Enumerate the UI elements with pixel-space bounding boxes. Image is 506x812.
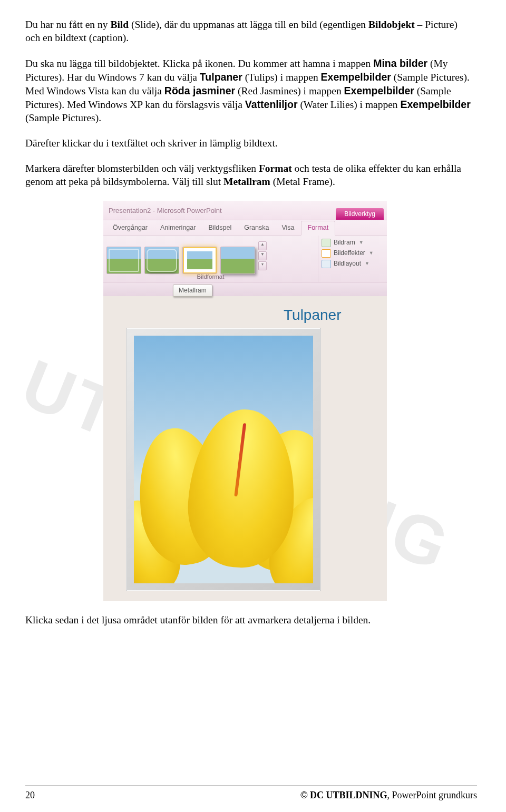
page-number: 20 — [25, 789, 35, 801]
contextual-tab-group: Bildverktyg — [336, 208, 384, 219]
term-bildobjekt: Bildobjekt — [368, 19, 415, 30]
style-thumb-1[interactable] — [106, 247, 141, 274]
text: (Red Jasmines) i mappen — [235, 85, 344, 96]
text: (Slide), där du uppmanas att lägga till … — [129, 19, 368, 30]
tab-granska[interactable]: Granska — [238, 221, 275, 235]
tooltip-metallram: Metallram — [173, 285, 212, 297]
term-metallram: Metallram — [223, 176, 270, 187]
gallery-scroll-down[interactable]: ▼ — [258, 251, 267, 260]
tab-format[interactable]: Format — [301, 221, 336, 236]
term-tulpaner: Tulpaner — [200, 71, 242, 83]
picture-commands: Bildram▼ Bildeffekter▼ Bildlayout▼ — [318, 236, 387, 282]
effects-icon — [322, 249, 331, 258]
term-exempelbilder: Exempelbilder — [344, 85, 414, 96]
tab-overgangar[interactable]: Övergångar — [106, 221, 154, 235]
slide-canvas: Tulpaner — [103, 296, 387, 602]
tulips-photo — [134, 336, 313, 583]
term-mina-bilder: Mina bilder — [373, 57, 427, 69]
style-thumb-2[interactable] — [144, 247, 179, 274]
gallery-expand[interactable]: ▾ — [258, 261, 267, 270]
paragraph-2: Du ska nu lägga till bildobjektet. Klick… — [25, 57, 473, 125]
window-title: Presentation2 - Microsoft PowerPoint — [109, 207, 336, 220]
paragraph-4: Markera därefter blomsterbilden och välj… — [25, 162, 473, 189]
paragraph-5: Klicka sedan i det ljusa området utanför… — [25, 614, 473, 627]
ruler-area: Metallram — [103, 282, 387, 296]
copyright-tail: , PowerPoint grundkurs — [387, 790, 478, 800]
text: Du ska nu lägga till bildobjektet. Klick… — [25, 58, 373, 69]
slide-caption: Tulpaner — [284, 306, 387, 325]
paragraph-1: Du har nu fått en ny Bild (Slide), där d… — [25, 18, 473, 45]
style-thumb-metallram[interactable] — [182, 247, 217, 274]
window-titlebar: Presentation2 - Microsoft PowerPoint Bil… — [103, 201, 387, 220]
cmd-bildeffekter[interactable]: Bildeffekter▼ — [322, 249, 384, 258]
page-content: Du har nu fått en ny Bild (Slide), där d… — [0, 0, 506, 627]
term-exempelbilder: Exempelbilder — [400, 99, 470, 110]
frame-icon — [322, 239, 331, 247]
chevron-down-icon: ▼ — [365, 261, 369, 267]
gallery-scroll-up[interactable]: ▲ — [258, 241, 267, 250]
text: (Tulips) i mappen — [242, 72, 321, 83]
style-thumb-4[interactable] — [220, 247, 255, 274]
cmd-label: Bildeffekter — [334, 249, 365, 257]
picture-styles-gallery: ▲ ▼ ▾ Bildformat — [103, 236, 318, 282]
ribbon-tabs: Övergångar Animeringar Bildspel Granska … — [103, 220, 387, 236]
copyright-name: DC UTBILDNING — [307, 790, 387, 800]
cmd-label: Bildlayout — [334, 260, 361, 268]
layout-icon — [322, 260, 331, 268]
text: (Metal Frame). — [270, 176, 335, 187]
gallery-scroll: ▲ ▼ ▾ — [258, 241, 267, 270]
chevron-down-icon: ▼ — [359, 240, 364, 246]
term-roda-jasminer: Röda jasminer — [164, 85, 235, 96]
metal-frame — [126, 328, 320, 591]
term-format: Format — [259, 163, 292, 174]
cmd-label: Bildram — [334, 239, 355, 247]
text: Markera därefter blomsterbilden och välj… — [25, 163, 259, 174]
term-exempelbilder: Exempelbilder — [321, 71, 391, 83]
chevron-down-icon: ▼ — [369, 250, 374, 257]
page-footer: 20 © DC UTBILDNING, PowerPoint grundkurs — [25, 786, 477, 801]
cmd-bildlayout[interactable]: Bildlayout▼ — [322, 260, 384, 268]
tab-bildspel[interactable]: Bildspel — [202, 221, 238, 235]
footer-copyright: © DC UTBILDNING, PowerPoint grundkurs — [300, 789, 477, 801]
gallery-group-label: Bildformat — [103, 273, 318, 281]
term-bild: Bild — [110, 19, 129, 30]
tab-animeringar[interactable]: Animeringar — [154, 221, 202, 235]
term-vattenliljor: Vattenliljor — [245, 99, 298, 110]
text: (Water Lilies) i mappen — [298, 99, 401, 110]
tab-visa[interactable]: Visa — [275, 221, 300, 235]
text: Du har nu fått en ny — [25, 19, 110, 30]
copyright-symbol: © — [300, 790, 307, 800]
cmd-bildram[interactable]: Bildram▼ — [322, 239, 384, 247]
ribbon-body: ▲ ▼ ▾ Bildformat Bildram▼ Bildeffekter▼ … — [103, 236, 387, 282]
text: (Sample Pictures). — [25, 112, 101, 123]
paragraph-3: Därefter klickar du i textfältet och skr… — [25, 137, 473, 150]
powerpoint-screenshot: Presentation2 - Microsoft PowerPoint Bil… — [103, 201, 387, 602]
